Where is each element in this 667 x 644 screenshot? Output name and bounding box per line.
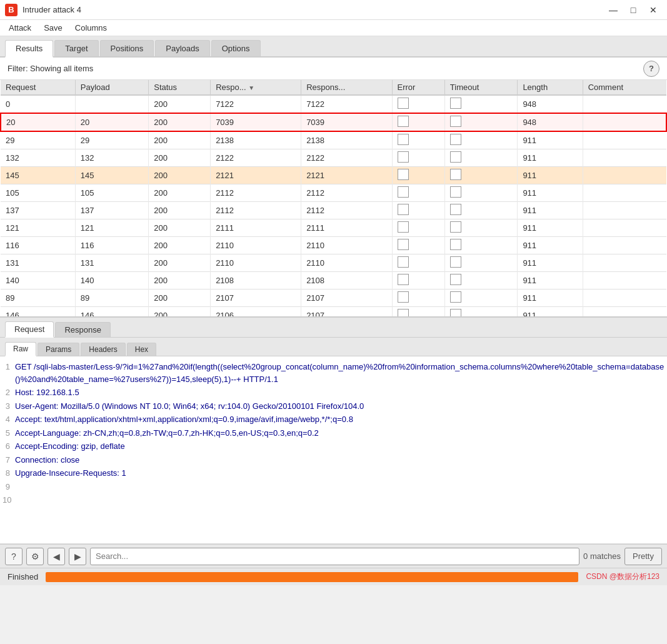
- table-row[interactable]: 12112120021112111911: [1, 219, 666, 237]
- table-row[interactable]: 020071227122948: [1, 95, 666, 113]
- inner-tab-headers[interactable]: Headers: [81, 343, 125, 356]
- matches-label: 0 matches: [583, 551, 621, 561]
- table-row[interactable]: 13713720021122112911: [1, 202, 666, 219]
- timeout-checkbox[interactable]: [450, 309, 461, 318]
- inner-tab-raw[interactable]: Raw: [5, 342, 36, 356]
- error-checkbox[interactable]: [398, 291, 409, 303]
- timeout-checkbox[interactable]: [450, 291, 461, 303]
- timeout-checkbox[interactable]: [450, 221, 461, 233]
- timeout-checkbox[interactable]: [450, 134, 461, 145]
- col-error[interactable]: Error: [392, 80, 444, 95]
- sort-icon: ▼: [248, 84, 254, 91]
- code-line: 6Accept-Encoding: gzip, deflate: [0, 440, 667, 453]
- table-row[interactable]: 202020070397039948: [1, 113, 666, 131]
- line-content: Upgrade-Insecure-Requests: 1: [15, 467, 126, 480]
- tab-options[interactable]: Options: [211, 40, 261, 56]
- search-input[interactable]: [90, 548, 579, 565]
- error-checkbox[interactable]: [398, 309, 409, 318]
- col-status[interactable]: Status: [149, 80, 211, 95]
- results-table: Request Payload Status Respo... ▼ Respon…: [0, 80, 667, 318]
- col-request[interactable]: Request: [1, 80, 75, 95]
- line-content: Host: 192.168.1.5: [15, 386, 79, 399]
- table-row[interactable]: 11611620021102110911: [1, 237, 666, 254]
- app-title: Intruder attack 4: [23, 5, 604, 14]
- table-row[interactable]: 292920021382138911: [1, 131, 666, 149]
- col-timeout[interactable]: Timeout: [444, 80, 518, 95]
- timeout-checkbox[interactable]: [450, 98, 461, 109]
- error-checkbox[interactable]: [398, 169, 409, 180]
- table-row[interactable]: 14014020021082108911: [1, 272, 666, 289]
- inner-tabbar: Raw Params Headers Hex: [0, 338, 667, 356]
- timeout-checkbox[interactable]: [450, 151, 461, 163]
- line-content: GET /sqli-labs-master/Less-9/?id=1%27and…: [15, 361, 667, 385]
- table-row[interactable]: 13213220021222122911: [1, 149, 666, 167]
- tab-target[interactable]: Target: [54, 40, 98, 56]
- maximize-button[interactable]: □: [624, 4, 642, 16]
- timeout-checkbox[interactable]: [450, 169, 461, 180]
- timeout-checkbox[interactable]: [450, 204, 461, 215]
- error-checkbox[interactable]: [398, 239, 409, 250]
- code-area[interactable]: 1GET /sqli-labs-master/Less-9/?id=1%27an…: [0, 356, 667, 544]
- tab-response[interactable]: Response: [55, 322, 111, 337]
- statusbar: Finished CSDN @数据分析123: [0, 568, 667, 585]
- help-button[interactable]: ?: [643, 61, 659, 77]
- error-checkbox[interactable]: [398, 134, 409, 145]
- col-length[interactable]: Length: [518, 80, 583, 95]
- error-checkbox[interactable]: [398, 274, 409, 285]
- timeout-checkbox[interactable]: [450, 274, 461, 285]
- timeout-checkbox[interactable]: [450, 116, 461, 127]
- bottom-tabbar: Request Response: [0, 318, 667, 338]
- error-checkbox[interactable]: [398, 221, 409, 233]
- col-comment[interactable]: Comment: [583, 80, 666, 95]
- col-payload[interactable]: Payload: [75, 80, 149, 95]
- line-number: 6: [0, 440, 15, 453]
- code-line: 9: [0, 480, 667, 494]
- code-line: 10: [0, 493, 667, 507]
- line-number: 10: [0, 494, 15, 506]
- inner-tab-params[interactable]: Params: [38, 343, 79, 356]
- results-table-container[interactable]: Request Payload Status Respo... ▼ Respon…: [0, 80, 667, 318]
- error-checkbox[interactable]: [398, 151, 409, 163]
- menu-save[interactable]: Save: [38, 22, 69, 34]
- help-circle-button[interactable]: ?: [5, 548, 23, 565]
- timeout-checkbox[interactable]: [450, 256, 461, 268]
- tab-payloads[interactable]: Payloads: [155, 40, 209, 56]
- code-line: 3User-Agent: Mozilla/5.0 (Windows NT 10.…: [0, 400, 667, 413]
- error-checkbox[interactable]: [398, 98, 409, 109]
- minimize-button[interactable]: —: [604, 4, 622, 16]
- filterbar: Filter: Showing all items ?: [0, 58, 667, 80]
- menubar: Attack Save Columns: [0, 20, 667, 36]
- menu-attack[interactable]: Attack: [3, 22, 38, 34]
- error-checkbox[interactable]: [398, 256, 409, 268]
- code-line: 8Upgrade-Insecure-Requests: 1: [0, 466, 667, 480]
- line-content: User-Agent: Mozilla/5.0 (Windows NT 10.0…: [15, 400, 364, 413]
- inner-tab-hex[interactable]: Hex: [127, 343, 156, 356]
- close-button[interactable]: ✕: [644, 4, 662, 16]
- settings-button[interactable]: ⚙: [26, 548, 44, 565]
- tab-results[interactable]: Results: [5, 40, 53, 58]
- table-header-row: Request Payload Status Respo... ▼ Respon…: [1, 80, 666, 95]
- timeout-checkbox[interactable]: [450, 186, 461, 198]
- forward-button[interactable]: ▶: [69, 548, 86, 565]
- line-number: 7: [0, 454, 15, 466]
- error-checkbox[interactable]: [398, 186, 409, 198]
- error-checkbox[interactable]: [398, 116, 409, 127]
- line-number: 4: [0, 413, 15, 426]
- table-row[interactable]: 13113120021102110911: [1, 254, 666, 272]
- col-response1[interactable]: Respo... ▼: [211, 80, 301, 95]
- timeout-checkbox[interactable]: [450, 239, 461, 250]
- pretty-button[interactable]: Pretty: [624, 548, 662, 565]
- line-number: 1: [0, 361, 15, 385]
- back-button[interactable]: ◀: [48, 548, 65, 565]
- tab-positions[interactable]: Positions: [100, 40, 154, 56]
- error-checkbox[interactable]: [398, 204, 409, 215]
- table-row[interactable]: 14614620021062107911: [1, 307, 666, 318]
- table-row[interactable]: 10510520021122112911: [1, 184, 666, 202]
- tab-request[interactable]: Request: [5, 321, 54, 338]
- table-row[interactable]: 898920021072107911: [1, 289, 666, 307]
- status-brand: CSDN @数据分析123: [586, 571, 659, 582]
- line-number: 9: [0, 481, 15, 493]
- col-response2[interactable]: Respons...: [301, 80, 392, 95]
- table-row[interactable]: 14514520021212121911: [1, 167, 666, 184]
- menu-columns[interactable]: Columns: [69, 22, 113, 34]
